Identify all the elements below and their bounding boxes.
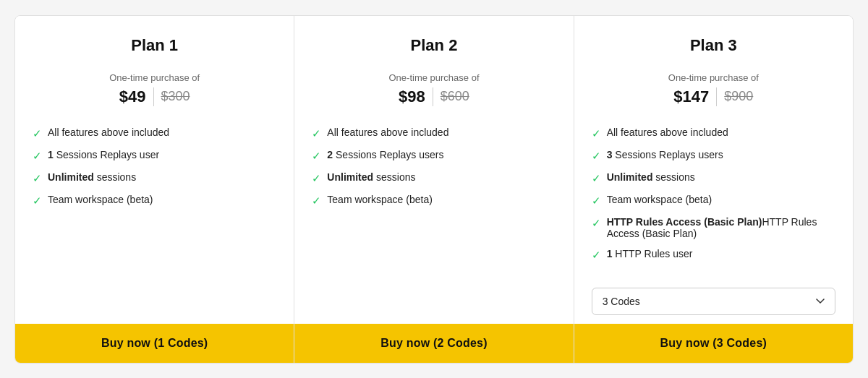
plan-price-row-2: $98$600 [312, 87, 556, 106]
plan-feature-2-1: ✓All features above included [312, 126, 556, 140]
plan-feature-1-2: ✓1 Sessions Replays user [33, 149, 276, 163]
feature-bold-2-3: Unlimited [327, 171, 373, 183]
feature-text-1-4: Team workspace (beta) [48, 194, 153, 205]
plan-features-3: ✓All features above included✓3 Sessions … [592, 126, 835, 262]
check-icon: ✓ [592, 194, 601, 207]
plan-price-original-3: $900 [724, 89, 753, 104]
plan-price-divider-3 [716, 87, 717, 106]
plan-price-row-3: $147$900 [592, 87, 835, 106]
buy-button-1[interactable]: Buy now (1 Codes) [15, 324, 294, 363]
plan-feature-3-6: ✓1 HTTP Rules user [592, 248, 835, 262]
plan-footer-2: Buy now (2 Codes) [294, 324, 573, 363]
feature-bold-2-2: 2 [327, 149, 333, 160]
check-icon: ✓ [592, 127, 601, 140]
plan-feature-2-4: ✓Team workspace (beta) [312, 194, 556, 207]
plan-body-1: Plan 1One-time purchase of$49$300✓All fe… [15, 16, 294, 315]
check-icon: ✓ [33, 194, 42, 207]
plan-price-original-2: $600 [441, 89, 469, 104]
plan-feature-1-4: ✓Team workspace (beta) [33, 194, 276, 207]
feature-text-3-3: Unlimited sessions [607, 171, 695, 183]
plan-price-divider-2 [433, 87, 433, 106]
feature-bold-1-3: Unlimited [48, 171, 94, 183]
feature-bold-3-3: Unlimited [607, 171, 653, 183]
check-icon: ✓ [312, 172, 321, 185]
plan-card-3: Plan 3One-time purchase of$147$900✓All f… [574, 16, 853, 363]
plan-feature-3-1: ✓All features above included [592, 126, 835, 140]
feature-text-3-1: All features above included [607, 126, 728, 138]
plan-price-label-2: One-time purchase of [312, 72, 556, 83]
plan-price-divider-1 [153, 87, 154, 106]
check-icon: ✓ [592, 150, 601, 163]
plan-price-label-3: One-time purchase of [592, 72, 835, 83]
plan-feature-3-3: ✓Unlimited sessions [592, 171, 835, 185]
feature-bold-3-6: 1 [607, 248, 613, 259]
plan-features-2: ✓All features above included✓2 Sessions … [312, 126, 556, 207]
buy-button-3[interactable]: Buy now (3 Codes) [574, 324, 853, 363]
feature-text-3-4: Team workspace (beta) [607, 194, 712, 205]
plan-price-current-2: $98 [399, 87, 425, 106]
check-icon: ✓ [33, 150, 42, 163]
plan-price-current-1: $49 [119, 87, 146, 106]
feature-text-2-1: All features above included [327, 126, 448, 138]
plan-dropdown-3[interactable]: 3 Codes [592, 288, 835, 315]
check-icon: ✓ [312, 127, 321, 140]
feature-text-1-1: All features above included [48, 126, 169, 138]
buy-button-2[interactable]: Buy now (2 Codes) [294, 324, 573, 363]
feature-text-2-3: Unlimited sessions [327, 171, 415, 183]
feature-text-2-2: 2 Sessions Replays users [327, 149, 443, 160]
feature-text-1-3: Unlimited sessions [48, 171, 136, 183]
check-icon: ✓ [33, 127, 42, 140]
check-icon: ✓ [592, 217, 601, 230]
check-icon: ✓ [592, 172, 601, 185]
plan-footer-1: Buy now (1 Codes) [15, 324, 294, 363]
plan-dropdown-area-3: 3 Codes [574, 276, 853, 324]
plan-footer-3: Buy now (3 Codes) [574, 324, 853, 363]
plan-spacer-1 [15, 315, 294, 324]
feature-bold-1-2: 1 [48, 149, 54, 160]
plan-feature-3-4: ✓Team workspace (beta) [592, 194, 835, 207]
plan-features-1: ✓All features above included✓1 Sessions … [33, 126, 276, 207]
plan-card-1: Plan 1One-time purchase of$49$300✓All fe… [15, 16, 294, 363]
plan-price-current-3: $147 [673, 87, 709, 106]
plan-title-1: Plan 1 [33, 36, 276, 55]
check-icon: ✓ [592, 249, 601, 262]
plan-price-label-1: One-time purchase of [33, 72, 276, 83]
plan-feature-1-1: ✓All features above included [33, 126, 276, 140]
feature-bold-3-2: 3 [607, 149, 613, 160]
plan-price-original-1: $300 [161, 89, 190, 104]
plan-feature-3-2: ✓3 Sessions Replays users [592, 149, 835, 163]
check-icon: ✓ [312, 194, 321, 207]
plan-feature-3-5: ✓HTTP Rules Access (Basic Plan)HTTP Rule… [592, 216, 835, 239]
feature-text-1-2: 1 Sessions Replays user [48, 149, 159, 160]
check-icon: ✓ [312, 150, 321, 163]
plan-spacer-2 [294, 315, 573, 324]
plan-body-2: Plan 2One-time purchase of$98$600✓All fe… [294, 16, 573, 315]
feature-text-3-2: 3 Sessions Replays users [607, 149, 723, 160]
plan-feature-2-3: ✓Unlimited sessions [312, 171, 556, 185]
feature-text-3-5: HTTP Rules Access (Basic Plan)HTTP Rules… [607, 216, 835, 239]
feature-text-3-6: 1 HTTP Rules user [607, 248, 693, 259]
check-icon: ✓ [33, 172, 42, 185]
plan-body-3: Plan 3One-time purchase of$147$900✓All f… [574, 16, 853, 276]
plan-title-3: Plan 3 [592, 36, 835, 55]
plans-container: Plan 1One-time purchase of$49$300✓All fe… [14, 15, 854, 364]
plan-title-2: Plan 2 [312, 36, 556, 55]
plan-card-2: Plan 2One-time purchase of$98$600✓All fe… [294, 16, 574, 363]
plan-feature-1-3: ✓Unlimited sessions [33, 171, 276, 185]
feature-text-2-4: Team workspace (beta) [327, 194, 433, 205]
plan-price-row-1: $49$300 [33, 87, 276, 106]
feature-bold-3-5: HTTP Rules Access (Basic Plan) [607, 216, 762, 228]
plan-feature-2-2: ✓2 Sessions Replays users [312, 149, 556, 163]
